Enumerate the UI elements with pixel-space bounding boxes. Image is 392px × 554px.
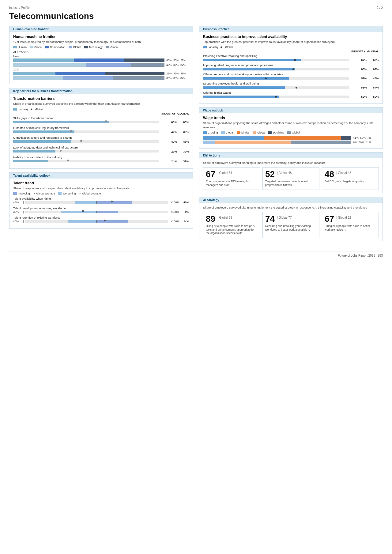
ai-header: AI Strategy — [199, 197, 383, 203]
ai-label-1: Reskilling and upskilling your existing … — [265, 224, 317, 232]
dei-number-2: 48 — [325, 169, 334, 179]
now-industry-bar: 40% 33% 27% — [13, 58, 189, 62]
footer: Future of Jobs Report 2025 283 — [9, 251, 383, 257]
practice-item-2: Offering remote and hybrid work opportun… — [203, 73, 379, 80]
dei-card-1: 52 | Global 48 Targeted recruitment, ret… — [262, 167, 319, 190]
dei-label-1: Targeted recruitment, retention and prog… — [265, 180, 317, 187]
legend-combo-global: Global — [69, 46, 81, 49]
dei-label-2: Set DEI goals, targets or quotas — [325, 180, 376, 183]
legend-tech: Technology — [84, 46, 103, 49]
combo-swatch — [45, 46, 49, 48]
wage-legend: Growing Global Similar Global — [203, 131, 379, 134]
ai-number-1: 74 — [265, 214, 275, 224]
footer-page: 283 — [378, 254, 383, 257]
2030-combo-seg — [55, 72, 105, 75]
business-practice-desc: Top practices with the greatest potentia… — [203, 40, 379, 44]
2030-global-human-seg — [13, 76, 63, 80]
now-human-seg — [13, 58, 74, 62]
dei-global-2: | Global 42 — [336, 171, 351, 175]
wage-section: Wage outlook Wage trends Share of organi… — [199, 107, 383, 149]
human-global-swatch — [30, 46, 33, 48]
2030-global-values: 33% 33% 34% — [166, 77, 186, 80]
human-machine-header: Human-machine frontier — [9, 26, 193, 32]
business-practice-header: Business Practice — [199, 26, 383, 32]
human-machine-section: Human-machine frontier Human-machine fro… — [9, 26, 193, 84]
barriers-col-headers: INDUSTRY GLOBAL — [13, 112, 189, 115]
barrier-item-3: Lack of adequate data and technical infr… — [13, 146, 189, 153]
ai-global-0: | Global 69 — [217, 216, 232, 219]
2030-tech-seg — [105, 72, 164, 75]
ai-desc: Share of employers surveyed planning to … — [203, 205, 379, 209]
talent-section: Talent availability outlook Talent trend… — [9, 172, 193, 229]
ai-number-0: 89 — [206, 214, 215, 224]
main-content: Human-machine frontier Human-machine fro… — [9, 26, 383, 245]
now-combo-seg — [74, 58, 124, 62]
ai-numbers: 89 | Global 69 Hiring new people with sk… — [203, 212, 379, 238]
ai-global-1: | Global 77 — [277, 216, 292, 219]
practice-item-1: Improving talent progression and promoti… — [203, 63, 379, 71]
barriers-section: Key barriers for business transformation… — [9, 88, 193, 168]
barriers-ind-swatch — [13, 108, 17, 111]
dei-global-1: | Global 48 — [277, 171, 292, 175]
barriers-desc: Share of organisations surveyed expectin… — [13, 102, 189, 106]
ai-card-1: 74 | Global 77 Reskilling and upskilling… — [262, 212, 319, 238]
2030-global-bar: 33% 33% 34% — [13, 76, 189, 80]
ai-card-2: 67 | Global 62 Hiring new people with sk… — [322, 212, 379, 238]
barriers-title: Transformation barriers — [13, 96, 189, 101]
page-header: Industry Profile 2 / 2 — [9, 6, 383, 10]
talent-legend: Improving ▲ Global average Worsening ▲ G… — [13, 192, 189, 195]
ai-section: AI Strategy Share of employers surveyed … — [199, 197, 383, 241]
2030-global-combo-seg — [63, 76, 113, 80]
barrier-item-4: Inability to attract talent to the indus… — [13, 156, 189, 163]
business-practice-title: Business practices to improve talent ava… — [203, 35, 379, 39]
barriers-header: Key barriers for business transformation — [9, 88, 193, 94]
legend-human-global: Global — [30, 46, 42, 49]
now-global-tech-seg — [131, 63, 164, 67]
wage-header: Wage outlook — [199, 107, 383, 113]
dei-numbers: 67 | Global 51 Run comprehensive DEI tra… — [203, 167, 379, 190]
now-label: Now — [13, 55, 189, 58]
human-machine-title: Human-machine frontier — [13, 35, 189, 39]
talent-item-0: Talent availability when hiring 48% | +1… — [13, 197, 189, 204]
business-practice-legend: Industry Global — [203, 46, 379, 49]
talent-desc: Share of respondents who expect their ta… — [13, 186, 189, 190]
col-industry-header: INDUSTRY — [159, 112, 175, 115]
dei-number-0: 67 — [206, 169, 215, 179]
tech-global-swatch — [106, 46, 109, 48]
now-tech-seg — [124, 58, 164, 62]
page-fraction: 2 / 2 — [377, 6, 383, 9]
dei-section: DEI Actions Share of employers surveyed … — [199, 152, 383, 193]
practice-item-3: Supporting employee health and well-bein… — [203, 82, 379, 89]
talent-header: Talent availability outlook — [9, 173, 193, 179]
now-global-human-seg — [13, 63, 86, 67]
2030-industry-values: 28% 33% 39% — [166, 72, 186, 75]
wage-title: Wage trends — [203, 116, 379, 120]
practice-list: Providing effective reskilling and upski… — [203, 54, 379, 98]
2030-global-tech-seg — [113, 76, 164, 80]
dei-number-1: 52 — [265, 169, 275, 179]
now-global-values: 48% 30% 22% — [166, 63, 186, 66]
page-container: Industry Profile 2 / 2 Telecommunication… — [9, 6, 383, 257]
practice-col-headers: INDUSTRY GLOBAL — [203, 50, 379, 53]
business-practice-section: Business Practice Business practices to … — [199, 26, 383, 104]
legend-combo: Combination — [45, 46, 66, 49]
left-column: Human-machine frontier Human-machine fro… — [9, 26, 193, 245]
combo-global-swatch — [69, 46, 72, 48]
2030-label: 2030 — [13, 68, 189, 71]
right-column: Business Practice Business practices to … — [199, 26, 383, 245]
dei-card-0: 67 | Global 51 Run comprehensive DEI tra… — [203, 167, 260, 190]
human-machine-desc: % of tasks completed by predominantly pe… — [13, 40, 189, 44]
human-machine-legend: Human Global Combination Global — [13, 46, 189, 49]
barrier-item-1: Outdated or inflexible regulatory framew… — [13, 126, 189, 134]
tech-swatch — [84, 46, 88, 48]
all-tasks-label: ALL TASKS — [13, 51, 189, 54]
human-swatch — [13, 46, 17, 48]
dei-label-0: Run comprehensive DEI training for manag… — [206, 180, 257, 187]
practice-item-0: Providing effective reskilling and upski… — [203, 54, 379, 62]
now-industry-values: 40% 33% 27% — [166, 59, 186, 62]
talent-item-2: Talent retention of existing workforce 4… — [13, 216, 189, 223]
dei-header: DEI Actions — [199, 153, 383, 158]
page-label: Industry Profile — [9, 6, 30, 9]
wage-desc: Share of organizations projecting the sh… — [203, 121, 379, 129]
ai-label-0: Hiring new people with skills to design … — [206, 224, 257, 235]
